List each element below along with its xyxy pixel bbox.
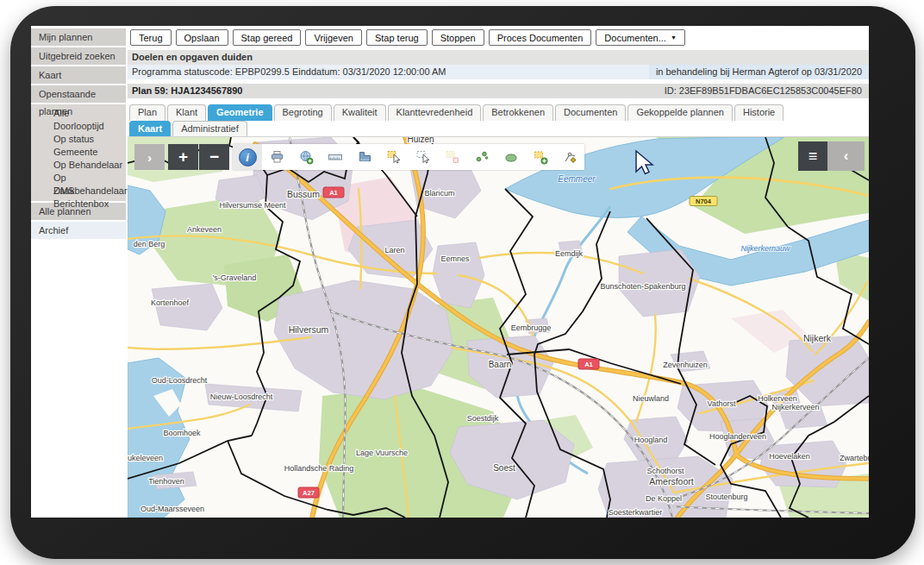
map-tool-print[interactable] [262,144,291,170]
ruler-icon [328,150,343,164]
map-tool-select-feature[interactable] [379,144,409,170]
map-tool-edit-vertices[interactable] [467,144,496,170]
map-tool-edit-geometry[interactable] [555,144,584,170]
map-tool-measure-distance[interactable] [321,144,350,170]
plan-id: ID: 23EF89B51FDBAC6EC125853C0045EF80 [665,84,869,98]
map-label-soest: Soest [493,463,515,473]
sidebar-item-archief[interactable]: Archief [31,222,126,239]
polygon-blob-icon [503,151,519,163]
map-label-hoogland: Hoogland [634,436,668,444]
app-screen: Mijn plannenUitgebreid zoekenKaartOpenst… [31,26,869,518]
layers-menu-button[interactable]: ≡ [798,141,827,171]
map-right-controls: ≡ ‹ [798,141,865,171]
map-label-kortenhoef: Kortenhoef [151,298,190,307]
edit-geometry-icon [563,150,578,164]
sidebar-item-mijn-plannen[interactable]: Mijn plannen [31,28,126,46]
sidebar-item-op-behandelaar[interactable]: Op Behandelaar [31,159,126,172]
toolbar-button-stap-gereed[interactable]: Stap gereed [233,29,302,46]
map-label-stoutenburg: Stoutenburg [705,493,747,501]
tab-klant[interactable]: Klant [167,104,206,121]
map-label-eemdijk: Eemdijk [555,249,584,258]
select-feature-icon [386,149,402,165]
sidebar-item-doorlooptijd[interactable]: Doorlooptijd [31,120,126,133]
delete-feature-icon [445,149,460,165]
map-label-eembrugge: Eembrugge [511,323,552,332]
tab-documenten[interactable]: Documenten [555,104,626,121]
tab-gekoppelde-plannen[interactable]: Gekoppelde plannen [627,104,733,121]
map-tool-add-basemap[interactable] [291,144,321,170]
tab-geometrie[interactable]: Geometrie [208,104,272,121]
minus-icon: − [209,148,219,166]
tab-historie[interactable]: Historie [734,104,784,121]
vertices-icon [475,150,489,164]
subtab-kaart[interactable]: Kaart [129,121,171,136]
map-label-ankeveen: Ankeveen [187,225,222,234]
zoom-out-button[interactable]: − [199,144,229,170]
area-ruler-icon [358,150,372,164]
toolbar-button-label: Stoppen [440,33,476,43]
map-canvas[interactable]: A1N704A1A27 HuizenHilversumse MeentBussu… [128,137,869,518]
map-label-holkerveen: Holkerveen [758,394,797,403]
map-label-bunschoten-spakenburg: Bunschoten-Spakenburg [600,282,685,291]
zoom-in-button[interactable]: + [168,144,198,170]
collapse-panel-button[interactable]: ‹ [827,141,865,171]
sidebar-item-alle-plannen[interactable]: Alle plannen [31,203,126,220]
svg-text:N704: N704 [696,198,712,205]
tab-kwaliteit[interactable]: Kwaliteit [334,104,386,121]
map-label-vathorst: Vathorst [708,399,736,408]
map-label-hilversumse-meent: Hilversumse Meent [219,201,286,210]
step-title-bar: Doelen en opgaven duiden [128,50,869,65]
map-tool-identify[interactable]: i [233,144,262,170]
toolbar-button-opslaan[interactable]: Opslaan [176,29,228,46]
map-viewport[interactable]: A1N704A1A27 HuizenHilversumse MeentBussu… [128,137,869,518]
plan-title-bar: Plan 59: HJA1234567890 ID: 23EF89B51FDBA… [128,84,869,98]
map-label-de-koppel: De Koppel [646,494,682,503]
map-label-baarn: Baarn [489,360,512,369]
map-label-schothorst: Schothorst [646,467,684,475]
status-assignment: in behandeling bij Herman Agterof op 03/… [649,65,869,79]
sidebar-item-op-status[interactable]: Op status [31,133,126,146]
svg-text:A1: A1 [584,361,593,368]
sidebar-item-openstaande-plannen[interactable]: Openstaande plannen [31,85,126,103]
tab-begroting[interactable]: Begroting [274,104,332,121]
map-tool-select-rectangle[interactable] [409,144,438,170]
map-label-nijkerkerveen: Nijkerkerveen [771,403,819,411]
subtab-administratief[interactable]: Administratief [172,121,247,136]
toolbar-button-stoppen[interactable]: Stoppen [432,29,484,46]
sidebar-item-gemeente[interactable]: Gemeente [31,146,126,159]
map-label-soesterkwartier: Soesterkwartier [609,508,663,517]
globe-add-icon [299,150,314,165]
map-label-hilversum: Hilversum [289,324,329,335]
map-label-oud-loosdrecht: Oud-Loosdrecht [152,376,208,385]
toolbar-button-terug[interactable]: Terug [130,29,172,46]
map-label-boomhoek: Boomhoek [163,429,201,437]
toolbar-button-proces-documenten[interactable]: Proces Documenten [489,29,592,46]
map-tool-draw-polygon[interactable] [496,144,526,170]
map-tool-add-feature[interactable] [526,144,555,170]
toolbar-button-stap-terug[interactable]: Stap terug [366,29,428,46]
subtab-bar: KaartAdministratief [128,121,869,137]
step-title: Doelen en opgaven duiden [132,52,253,62]
map-label-s-graveland: 's-Graveland [213,273,257,282]
sidebar-item-op-zaakbehandelaar[interactable]: Op Zaakbehandelaar [31,172,126,185]
printer-icon [270,150,284,164]
toolbar-button-label: Vrijgeven [314,33,353,43]
map-label-tienhoven: Tienhoven [148,477,184,486]
expand-panel-button[interactable]: › [134,144,165,170]
map-tool-delete-feature[interactable] [438,144,467,170]
sidebar-item-uitgebreid-zoeken[interactable]: Uitgebreid zoeken [31,47,126,65]
map-tool-measure-area[interactable] [350,144,379,170]
sidebar: Mijn plannenUitgebreid zoekenKaartOpenst… [31,26,126,518]
tab-klanttevredenheid[interactable]: Klanttevredenheid [388,104,482,121]
toolbar-button-label: Documenten... [604,33,666,43]
tab-bar: PlanKlantGeometrieBegrotingKwaliteitKlan… [128,103,869,121]
tab-plan[interactable]: Plan [129,104,165,121]
sidebar-item-kaart[interactable]: Kaart [31,66,126,84]
toolbar-button-vrijgeven[interactable]: Vrijgeven [305,29,361,46]
tab-betrokkenen[interactable]: Betrokkenen [483,104,553,121]
chevron-left-icon: ‹ [844,148,849,165]
road-shield-a1: A1 [578,359,599,369]
status-bar: Programma statuscode: EPBP0299.5 Einddat… [128,65,869,79]
toolbar-button-documenten[interactable]: Documenten...▼ [596,29,684,46]
toolbar-button-label: Stap gereed [241,33,293,43]
